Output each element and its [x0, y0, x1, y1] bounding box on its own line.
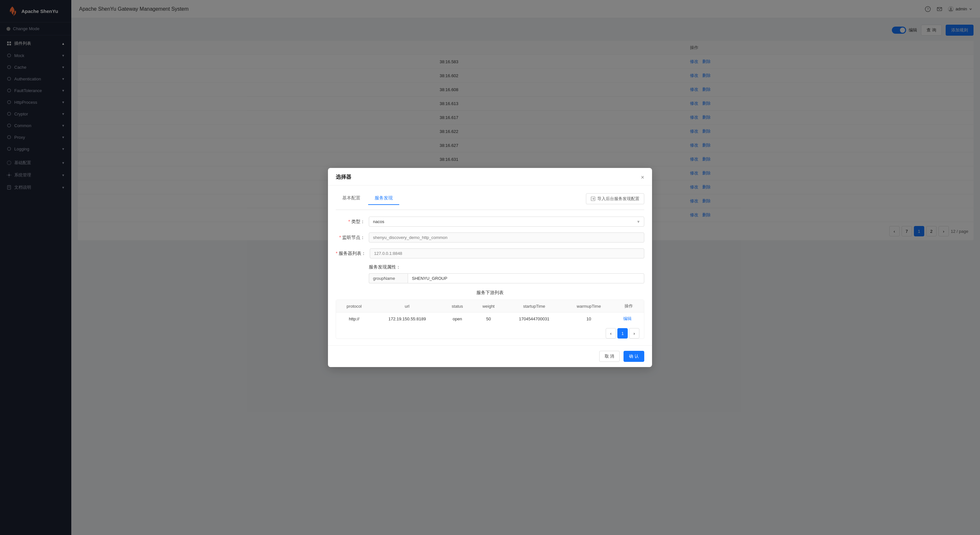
downstream-cell-action: 编辑: [614, 312, 644, 325]
downstream-row-0: http:// 172.19.150.55:8189 open 50 17045…: [336, 312, 644, 325]
downstream-cell-startup: 1704544700031: [504, 312, 564, 325]
modal-header: 选择器 ×: [328, 168, 652, 185]
type-select-wrap: nacos ▼: [369, 217, 644, 227]
downstream-col-protocol: protocol: [336, 300, 372, 312]
import-icon: [591, 196, 595, 201]
prop-val-0[interactable]: [408, 273, 644, 283]
modal-title: 选择器: [336, 174, 351, 181]
downstream-pagination: ‹ 1 ›: [336, 325, 644, 339]
downstream-col-url: url: [372, 300, 442, 312]
modal-body: 基本配置 服务发现 导入后台服务发现配置 类型： nacos ▼: [328, 185, 652, 346]
cancel-button[interactable]: 取 消: [599, 351, 620, 362]
modal-overlay[interactable]: 选择器 × 基本配置 服务发现 导入后台服务发现配置 类型：: [0, 0, 980, 535]
downstream-table: protocol url status weight startupTime w…: [336, 300, 644, 325]
server-input[interactable]: [370, 248, 644, 258]
type-select[interactable]: nacos: [369, 217, 644, 227]
modal-close-button[interactable]: ×: [641, 174, 644, 180]
downstream-title: 服务下游列表: [336, 290, 644, 296]
downstream-col-startup: startupTime: [504, 300, 564, 312]
props-row-0: groupName: [369, 273, 644, 283]
listen-input[interactable]: [369, 232, 644, 242]
form-row-server: 服务器列表：: [336, 248, 644, 258]
props-label: 服务发现属性：: [369, 264, 644, 270]
import-label: 导入后台服务发现配置: [597, 196, 640, 202]
downstream-col-warmup: warmupTime: [564, 300, 614, 312]
downstream-cell-url: 172.19.150.55:8189: [372, 312, 442, 325]
downstream-table-wrap: protocol url status weight startupTime w…: [336, 299, 644, 339]
listen-label: 监听节点：: [336, 232, 365, 240]
form-row-type: 类型： nacos ▼: [336, 217, 644, 227]
type-label: 类型：: [336, 217, 365, 225]
downstream-cell-warmup: 10: [564, 312, 614, 325]
downstream-col-action: 操作: [614, 300, 644, 312]
modal-tabs: 基本配置 服务发现: [336, 192, 399, 204]
tab-basic-config[interactable]: 基本配置: [336, 192, 367, 205]
modal-dialog: 选择器 × 基本配置 服务发现 导入后台服务发现配置 类型：: [328, 168, 652, 367]
downstream-edit-link[interactable]: 编辑: [623, 316, 632, 321]
downstream-prev-btn[interactable]: ‹: [606, 328, 616, 339]
downstream-col-status: status: [442, 300, 473, 312]
import-button[interactable]: 导入后台服务发现配置: [586, 193, 644, 204]
downstream-col-weight: weight: [473, 300, 504, 312]
downstream-cell-weight: 50: [473, 312, 504, 325]
downstream-cell-status: open: [442, 312, 473, 325]
tab-service-discovery[interactable]: 服务发现: [368, 192, 399, 205]
props-section: 服务发现属性： groupName: [336, 264, 644, 283]
downstream-next-btn[interactable]: ›: [629, 328, 640, 339]
downstream-cell-protocol: http://: [336, 312, 372, 325]
form-row-listen: 监听节点：: [336, 232, 644, 242]
downstream-current-btn[interactable]: 1: [617, 328, 628, 339]
confirm-button[interactable]: 确 认: [624, 351, 644, 362]
prop-key-0: groupName: [369, 273, 408, 283]
modal-footer: 取 消 确 认: [328, 346, 652, 367]
server-label: 服务器列表：: [336, 248, 366, 256]
